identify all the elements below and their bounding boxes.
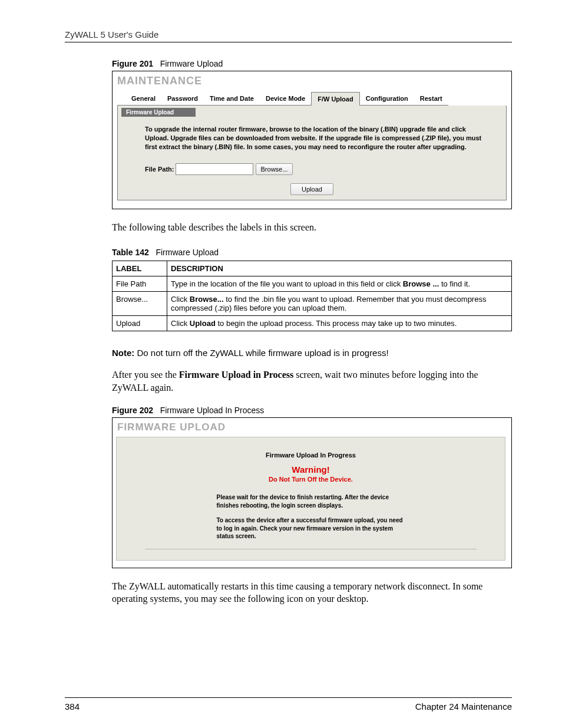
closing-paragraph: The ZyWALL automatically restarts in thi…: [112, 580, 512, 605]
tab-content: Firmware Upload To upgrade the internal …: [117, 106, 507, 200]
page-number: 384: [65, 701, 80, 711]
file-path-row: File Path: Browse...: [121, 163, 503, 175]
cell-label: File Path: [113, 276, 167, 292]
cell-desc: Type in the location of the file you wan…: [167, 276, 512, 292]
intro-paragraph: The following table describes the labels…: [112, 221, 512, 234]
page-footer: 384 Chapter 24 Maintenance: [65, 697, 512, 711]
firmware-upload-heading: FIRMWARE UPLOAD: [116, 421, 511, 433]
table-row: File Path Type in the location of the fi…: [113, 276, 512, 292]
figure-201-caption: Figure 201 Firmware Upload: [112, 59, 512, 68]
tab-configuration[interactable]: Configuration: [360, 92, 414, 106]
tab-restart[interactable]: Restart: [414, 92, 448, 106]
tab-password[interactable]: Password: [161, 92, 204, 106]
after-paragraph: After you see the Firmware Upload in Pro…: [112, 368, 512, 394]
running-header: ZyWALL 5 User's Guide: [65, 29, 512, 39]
header-rule: [65, 42, 512, 42]
figure-202-caption: Figure 202 Firmware Upload In Process: [112, 406, 512, 415]
tab-spacer: [117, 92, 125, 106]
note-label: Note:: [112, 348, 134, 358]
table-row: Upload Click Upload to begin the upload …: [113, 316, 512, 331]
upload-instructions: To upgrade the internal router firmware,…: [121, 125, 503, 151]
progress-message-1: Please wait for the device to finish res…: [217, 493, 405, 509]
upload-button[interactable]: Upload: [290, 183, 333, 195]
tab-device-mode[interactable]: Device Mode: [260, 92, 311, 106]
figure-201-number: Figure 201: [112, 59, 153, 68]
chapter-label: Chapter 24 Maintenance: [415, 701, 512, 711]
figure-202-title: Firmware Upload In Process: [160, 406, 265, 415]
tab-strip: General Password Time and Date Device Mo…: [117, 92, 507, 106]
warning-heading: Warning!: [123, 465, 499, 475]
figure-201: MAINTENANCE General Password Time and Da…: [112, 71, 512, 209]
tab-general[interactable]: General: [125, 92, 161, 106]
cell-desc: Click Upload to begin the upload process…: [167, 316, 512, 331]
col-description: DESCRIPTION: [167, 261, 512, 276]
table-header-row: LABEL DESCRIPTION: [113, 261, 512, 276]
note-text: Do not turn off the ZyWALL while firmwar…: [137, 348, 389, 358]
file-path-label: File Path:: [145, 166, 174, 173]
warning-subtext: Do Not Turn Off the Device.: [123, 476, 499, 483]
panel-divider: [145, 549, 476, 549]
cell-desc: Click Browse... to find the .bin file yo…: [167, 292, 512, 316]
file-path-input[interactable]: [176, 163, 253, 175]
col-label: LABEL: [113, 261, 167, 276]
figure-201-title: Firmware Upload: [160, 59, 223, 68]
progress-panel: Firmware Upload In Progress Warning! Do …: [116, 437, 505, 561]
table-142: LABEL DESCRIPTION File Path Type in the …: [112, 261, 512, 331]
browse-button[interactable]: Browse...: [256, 163, 293, 175]
figure-202: FIRMWARE UPLOAD Firmware Upload In Progr…: [112, 417, 512, 568]
tab-time-date[interactable]: Time and Date: [204, 92, 260, 106]
table-142-title: Firmware Upload: [156, 248, 219, 257]
section-title: Firmware Upload: [121, 108, 196, 117]
table-row: Browse... Click Browse... to find the .b…: [113, 292, 512, 316]
table-142-caption: Table 142 Firmware Upload: [112, 248, 512, 257]
maintenance-heading: MAINTENANCE: [117, 75, 507, 87]
cell-label: Upload: [113, 316, 167, 331]
figure-202-number: Figure 202: [112, 406, 153, 415]
progress-message-2: To access the device after a successful …: [217, 516, 405, 541]
progress-text: Firmware Upload In Progress: [123, 452, 499, 459]
table-142-number: Table 142: [112, 248, 149, 257]
note: Note: Do not turn off the ZyWALL while f…: [112, 348, 512, 358]
cell-label: Browse...: [113, 292, 167, 316]
tab-fw-upload[interactable]: F/W Upload: [311, 92, 360, 106]
